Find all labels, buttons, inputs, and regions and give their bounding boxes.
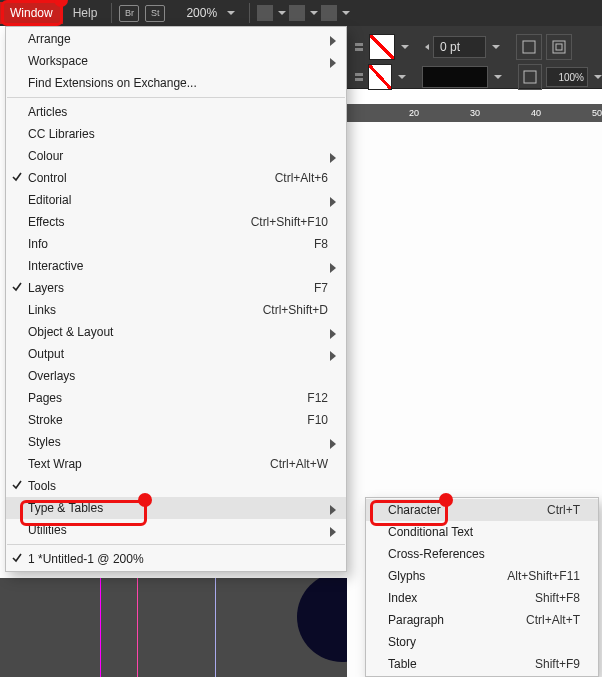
window-menu-object-layout[interactable]: Object & Layout	[6, 321, 346, 343]
menu-item-label: Overlays	[28, 369, 75, 383]
window-menu-links[interactable]: LinksCtrl+Shift+D	[6, 299, 346, 321]
menu-item-label: Output	[28, 347, 64, 361]
menu-item-label: Cross-References	[388, 547, 485, 561]
menu-item-label: Find Extensions on Exchange...	[28, 76, 197, 90]
svg-rect-1	[553, 41, 565, 53]
submenu-story[interactable]: Story	[366, 631, 598, 653]
window-menu-control[interactable]: ControlCtrl+Alt+6	[6, 167, 346, 189]
window-menu: ArrangeWorkspaceFind Extensions on Excha…	[5, 26, 347, 572]
chevron-down-icon[interactable]	[494, 75, 502, 79]
menu-item-label: Arrange	[28, 32, 71, 46]
stroke-style[interactable]	[422, 66, 489, 88]
menu-item-label: Tools	[28, 479, 56, 493]
menu-item-label: Conditional Text	[388, 525, 473, 539]
chevron-right-icon	[330, 526, 336, 540]
chevron-right-icon	[330, 328, 336, 342]
chevron-right-icon	[330, 152, 336, 166]
chevron-right-icon	[330, 504, 336, 518]
window-menu-styles[interactable]: Styles	[6, 431, 346, 453]
menu-item-label: Workspace	[28, 54, 88, 68]
window-menu-effects[interactable]: EffectsCtrl+Shift+F10	[6, 211, 346, 233]
menubar-help[interactable]: Help	[63, 2, 108, 24]
stroke-weight-input[interactable]: 0 pt	[433, 36, 486, 58]
menu-item-label: Links	[28, 303, 56, 317]
screen-mode-icon[interactable]	[289, 5, 305, 21]
window-menu-text-wrap[interactable]: Text WrapCtrl+Alt+W	[6, 453, 346, 475]
view-options-icon[interactable]	[257, 5, 273, 21]
menu-item-shortcut: Alt+Shift+F11	[507, 569, 598, 583]
window-menu-layers[interactable]: LayersF7	[6, 277, 346, 299]
stroke-swatch[interactable]	[368, 64, 392, 90]
menu-item-shortcut: Ctrl+Alt+6	[275, 171, 346, 185]
window-menu-workspace[interactable]: Workspace	[6, 50, 346, 72]
window-menu-articles[interactable]: Articles	[6, 101, 346, 123]
menu-item-label: Styles	[28, 435, 61, 449]
menu-item-label: Layers	[28, 281, 64, 295]
window-menu-cc-libraries[interactable]: CC Libraries	[6, 123, 346, 145]
submenu-paragraph[interactable]: ParagraphCtrl+Alt+T	[366, 609, 598, 631]
options-bar: 0 pt 100%	[347, 26, 602, 89]
menu-item-label: Articles	[28, 105, 67, 119]
window-menu-find-extensions-on-exchange[interactable]: Find Extensions on Exchange...	[6, 72, 346, 94]
page-object[interactable]	[297, 578, 347, 662]
window-menu-pages[interactable]: PagesF12	[6, 387, 346, 409]
menu-item-label: Interactive	[28, 259, 83, 273]
window-menu-stroke[interactable]: StrokeF10	[6, 409, 346, 431]
chevron-right-icon	[330, 350, 336, 364]
chevron-down-icon[interactable]	[227, 11, 235, 15]
chevron-down-icon[interactable]	[594, 75, 602, 79]
menu-item-label: Glyphs	[388, 569, 425, 583]
menu-item-label: Object & Layout	[28, 325, 113, 339]
chevron-right-icon	[330, 35, 336, 49]
chevron-right-icon	[330, 438, 336, 452]
menu-item-label: Text Wrap	[28, 457, 82, 471]
menu-item-shortcut: F8	[314, 237, 346, 251]
window-menu-colour[interactable]: Colour	[6, 145, 346, 167]
window-menu-overlays[interactable]: Overlays	[6, 365, 346, 387]
chevron-right-icon	[330, 196, 336, 210]
chevron-down-icon[interactable]	[342, 11, 350, 15]
chevron-down-icon[interactable]	[401, 45, 409, 49]
arrange-docs-icon[interactable]	[321, 5, 337, 21]
menu-item-label: Stroke	[28, 413, 63, 427]
annotation-type-tables	[20, 500, 147, 526]
chevron-down-icon[interactable]	[310, 11, 318, 15]
submenu-index[interactable]: IndexShift+F8	[366, 587, 598, 609]
menu-item-label: Info	[28, 237, 48, 251]
horizontal-ruler: 20 30 40 50	[347, 104, 602, 122]
window-menu-1-untitled-1-200[interactable]: 1 *Untitled-1 @ 200%	[6, 548, 346, 570]
bridge-button[interactable]: Br	[119, 5, 139, 22]
submenu-table[interactable]: TableShift+F9	[366, 653, 598, 675]
menu-item-shortcut: Ctrl+Shift+F10	[251, 215, 346, 229]
menu-item-label: Pages	[28, 391, 62, 405]
window-menu-output[interactable]: Output	[6, 343, 346, 365]
chevron-down-icon[interactable]	[492, 45, 500, 49]
frame-fit-b-icon[interactable]	[546, 34, 572, 60]
window-menu-tools[interactable]: Tools	[6, 475, 346, 497]
annotation-window-menu	[1, 0, 63, 26]
svg-rect-0	[523, 41, 535, 53]
opacity-input[interactable]: 100%	[546, 67, 588, 87]
window-menu-editorial[interactable]: Editorial	[6, 189, 346, 211]
window-menu-interactive[interactable]: Interactive	[6, 255, 346, 277]
menu-item-shortcut: Ctrl+Shift+D	[263, 303, 346, 317]
frame-fit-a-icon[interactable]	[516, 34, 542, 60]
window-menu-info[interactable]: InfoF8	[6, 233, 346, 255]
submenu-glyphs[interactable]: GlyphsAlt+Shift+F11	[366, 565, 598, 587]
frame-fit-c-icon[interactable]	[518, 64, 542, 90]
window-menu-arrange[interactable]: Arrange	[6, 28, 346, 50]
fill-swatch[interactable]	[369, 34, 395, 60]
pasteboard	[0, 578, 347, 677]
menu-item-label: Colour	[28, 149, 63, 163]
menu-item-label: Effects	[28, 215, 64, 229]
stock-button[interactable]: St	[145, 5, 165, 22]
submenu-cross-references[interactable]: Cross-References	[366, 543, 598, 565]
chevron-down-icon[interactable]	[398, 75, 406, 79]
menu-item-shortcut: Shift+F8	[535, 591, 598, 605]
menu-item-shortcut: Shift+F9	[535, 657, 598, 671]
zoom-level[interactable]: 200%	[186, 6, 217, 20]
chevron-down-icon[interactable]	[278, 11, 286, 15]
menu-item-label: 1 *Untitled-1 @ 200%	[28, 552, 144, 566]
menu-item-shortcut: Ctrl+Alt+W	[270, 457, 346, 471]
chevron-right-icon	[330, 262, 336, 276]
